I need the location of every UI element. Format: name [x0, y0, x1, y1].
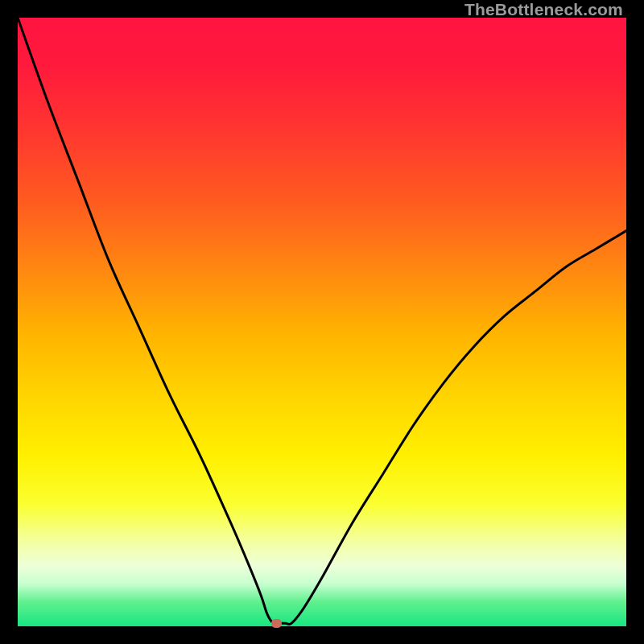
curve-layer [18, 18, 626, 626]
chart-frame: TheBottleneck.com [0, 0, 644, 644]
bottleneck-curve [18, 18, 626, 625]
optimal-point-marker [271, 619, 282, 628]
watermark-text: TheBottleneck.com [464, 0, 623, 19]
